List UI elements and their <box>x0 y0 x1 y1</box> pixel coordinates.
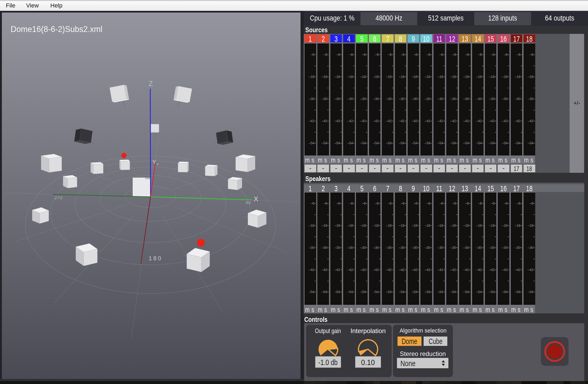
svg-text:X: X <box>254 195 258 203</box>
svg-text:180: 180 <box>149 255 163 262</box>
svg-text:Y: Y <box>152 159 156 165</box>
svg-text:90: 90 <box>246 200 251 205</box>
svg-text:Z: Z <box>149 80 153 87</box>
svg-text:o: o <box>157 162 159 166</box>
svg-text:270: 270 <box>54 195 63 200</box>
